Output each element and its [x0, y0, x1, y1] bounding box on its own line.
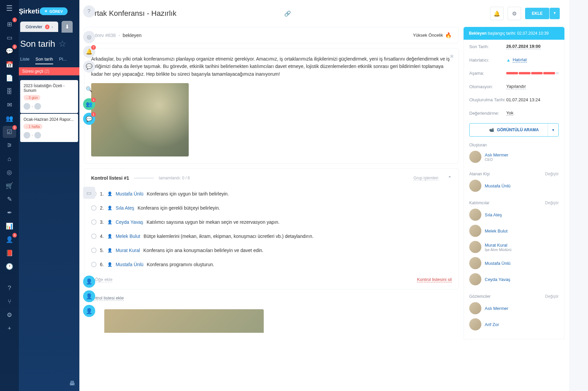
- view-plan[interactable]: Pl...: [59, 57, 67, 64]
- close-icon[interactable]: ✕: [44, 9, 47, 13]
- nav-chat[interactable]: 💬2: [3, 45, 16, 57]
- view-sontarih[interactable]: Son tarih: [35, 57, 53, 64]
- settings-button[interactable]: ⚙: [508, 7, 521, 20]
- nav-target[interactable]: ◎: [3, 166, 16, 178]
- notifications-button[interactable]: 🔔: [490, 7, 504, 20]
- checklist-item[interactable]: 6.👤Mustafa ÜnlüKonferans programını oluş…: [91, 257, 452, 272]
- nav-mail[interactable]: ✉: [3, 99, 16, 111]
- checklist-assignee[interactable]: Mustafa Ünlü: [116, 191, 143, 197]
- checklist-item[interactable]: 3.👤Ceyda YavaşKatılımcı sayısına uygun b…: [91, 215, 452, 229]
- nav-drive[interactable]: 🗄: [3, 85, 16, 98]
- ekle-button[interactable]: EKLE: [525, 8, 549, 19]
- task-card-2[interactable]: Ocak-Haziran 2024 Rapor... - 1 hafta ›: [20, 114, 78, 142]
- tab-gorevler[interactable]: Görevler2›: [20, 22, 58, 32]
- nav-tree[interactable]: ⑂: [3, 295, 16, 308]
- checklist-item[interactable]: 5.👤Murat KuralKonferans için ana konuşma…: [91, 243, 452, 257]
- checklist-item[interactable]: 4.👤Melek BulutBütçe kalemlerini (mekan, …: [91, 229, 452, 243]
- nav-contacts[interactable]: 👤3: [3, 234, 16, 246]
- checklist-progress-text: tamamlandı: 0 / 6: [159, 176, 190, 180]
- nav-edit[interactable]: ✎: [3, 193, 16, 205]
- checklist-item[interactable]: 1.👤Mustafa ÜnlüKonferans için uygun bir …: [91, 187, 452, 201]
- nav-cal2[interactable]: 📅: [3, 59, 16, 71]
- participant-person[interactable]: Sıla Ateş: [469, 209, 559, 221]
- checkbox[interactable]: [91, 234, 97, 239]
- rail-radar-icon[interactable]: ◎: [83, 31, 95, 43]
- participant-person[interactable]: Melek Bulut: [469, 225, 559, 237]
- tab-download[interactable]: ⬇: [62, 21, 73, 33]
- rail-contact-icon[interactable]: 👤: [83, 276, 95, 288]
- checkbox[interactable]: [91, 262, 97, 267]
- avatar: [469, 209, 481, 221]
- rail-help-icon[interactable]: ?: [83, 5, 95, 17]
- rail-contact-icon[interactable]: 👤: [83, 305, 95, 317]
- rail-square-icon[interactable]: ▭: [83, 187, 95, 199]
- group-actions-link[interactable]: Grup işlemleri: [413, 176, 438, 181]
- observer-person[interactable]: Aslı Mermer: [469, 302, 559, 314]
- favorite-star-icon[interactable]: ★: [449, 52, 454, 60]
- nav-calendar[interactable]: ▭: [3, 32, 16, 44]
- assignee-person[interactable]: Mustafa Ünlü: [469, 180, 559, 192]
- rail-chat-icon[interactable]: 💬: [83, 61, 95, 73]
- ekle-dropdown[interactable]: ▼: [550, 8, 560, 19]
- nav-settings[interactable]: ⚙: [3, 309, 16, 321]
- nav-book[interactable]: 📕: [3, 247, 16, 259]
- print-icon[interactable]: 🖶: [69, 380, 75, 387]
- nav-cart[interactable]: 🛒: [3, 180, 16, 192]
- participant-person[interactable]: Mustafa Ünlü: [469, 257, 559, 269]
- checkbox[interactable]: [91, 205, 97, 211]
- bottom-image[interactable]: [104, 309, 264, 333]
- change-observers[interactable]: Değiştir: [545, 294, 559, 299]
- stage-progress[interactable]: [506, 72, 559, 74]
- checklist-assignee[interactable]: Mustafa Ünlü: [116, 262, 143, 267]
- attached-image[interactable]: [91, 83, 189, 156]
- video-call-dropdown[interactable]: ▼: [548, 123, 558, 136]
- hamburger-icon[interactable]: ☰: [6, 4, 13, 13]
- rail-bell-icon[interactable]: 🔔7: [83, 46, 95, 58]
- nav-clock[interactable]: 🕐: [3, 260, 16, 273]
- creator-person[interactable]: Aslı MermerCEO: [469, 151, 559, 163]
- task-card-1[interactable]: 2023 İstatistiğin Özeti - Sunum - 3 gün …: [20, 80, 78, 113]
- checklist-assignee[interactable]: Ceyda Yavaş: [116, 219, 143, 225]
- rail-msg-icon[interactable]: 💬1: [83, 113, 95, 125]
- rail-group-icon[interactable]: 👥1: [83, 98, 95, 110]
- nav-docs[interactable]: 📄: [3, 72, 16, 84]
- nav-tasks[interactable]: ☑2: [3, 126, 16, 138]
- observer-person[interactable]: Arif Zor: [469, 318, 559, 330]
- change-participants[interactable]: Değiştir: [545, 201, 559, 205]
- modal-header: Ortak Konferansı - Hazırlık 🔗 🔔 ⚙ EKLE ▼: [79, 0, 569, 27]
- delete-checklist-link[interactable]: Kontrol listesini sil: [417, 277, 452, 282]
- reminder-link[interactable]: Hatırlat: [513, 57, 527, 63]
- rail-contact-icon[interactable]: 👤: [83, 290, 95, 303]
- nav-filter[interactable]: ⚞: [3, 139, 16, 151]
- nav-sign[interactable]: ✒: [3, 207, 16, 219]
- nav-help[interactable]: ?: [3, 282, 16, 294]
- checklist-assignee[interactable]: Melek Bulut: [116, 234, 140, 239]
- view-liste[interactable]: Liste: [20, 57, 29, 64]
- rating-value[interactable]: Yok: [506, 110, 513, 116]
- automation-link[interactable]: Yapılandır: [506, 84, 526, 89]
- participant-person[interactable]: Murat Kuralİşe Alım Müdürü: [469, 241, 559, 253]
- checkbox[interactable]: [91, 219, 97, 225]
- collapse-chevron-icon[interactable]: ⌃: [448, 175, 452, 181]
- rail-search-icon[interactable]: 🔍: [83, 83, 95, 96]
- checkbox[interactable]: [91, 248, 97, 253]
- add-checklist-link[interactable]: + Kontrol listesi ekle: [85, 295, 459, 300]
- deadline-value[interactable]: 26.07.2024 19:00: [506, 44, 541, 49]
- nav-feed[interactable]: ⊞1: [3, 18, 16, 30]
- gorev-pill[interactable]: ✕GÖREV: [40, 7, 68, 15]
- overdue-bar[interactable]: Süresi geçti (2): [19, 67, 79, 75]
- task-title: Ortak Konferansı - Hazırlık: [89, 9, 280, 18]
- nav-people[interactable]: 👥: [3, 112, 16, 125]
- checklist-item[interactable]: 2.👤Sıla AteşKonferans için gerekli bütçe…: [91, 201, 452, 215]
- nav-home[interactable]: ⌂: [3, 153, 16, 165]
- participant-person[interactable]: Ceyda Yavaş: [469, 273, 559, 285]
- star-icon[interactable]: ☆: [59, 39, 66, 49]
- nav-add[interactable]: +: [3, 322, 16, 334]
- change-assignee[interactable]: Değiştir: [545, 172, 559, 176]
- link-icon[interactable]: 🔗: [284, 10, 291, 17]
- nav-stats[interactable]: 📊: [3, 220, 16, 232]
- checklist-assignee[interactable]: Murat Kural: [116, 248, 140, 253]
- video-call-button[interactable]: 📹 GÖRÜNTÜLÜ ARAMA ▼: [469, 123, 559, 137]
- checklist-assignee[interactable]: Sıla Ateş: [116, 205, 134, 211]
- person-icon: 👤: [107, 248, 112, 253]
